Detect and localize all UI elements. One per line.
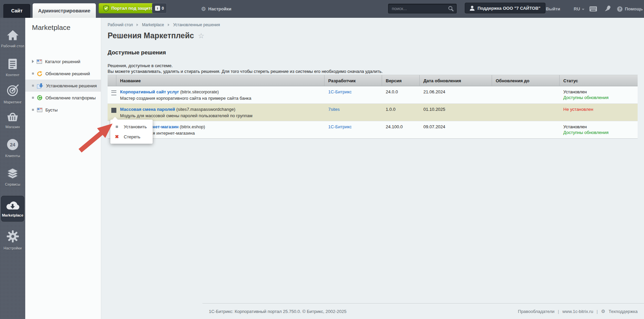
notifications-counter-button[interactable]: i 0 bbox=[152, 3, 167, 13]
rail-item-services[interactable]: Сервисы bbox=[0, 168, 25, 187]
bullet-icon bbox=[32, 97, 34, 99]
breadcrumb-installed[interactable]: Установленные решения bbox=[173, 22, 220, 27]
breadcrumb-separator-icon bbox=[137, 24, 138, 26]
topbar-settings-label: Настройки bbox=[208, 6, 231, 11]
footer-link-support[interactable]: Техподдержка bbox=[609, 309, 638, 314]
footer-link-site[interactable]: www.1c-bitrix.ru bbox=[562, 309, 593, 314]
solution-description: Мастер создания корпоративного сайта на … bbox=[120, 96, 321, 101]
rail-item-shop[interactable]: Магазин bbox=[0, 111, 25, 129]
context-menu-delete[interactable]: ✖ Стереть bbox=[110, 132, 153, 142]
updates-until-cell bbox=[492, 121, 560, 139]
sidebar-item-update-solutions[interactable]: Обновление решений bbox=[25, 67, 101, 80]
description-line1: Решения, доступные в системе. bbox=[108, 63, 383, 69]
tab-administration[interactable]: Администрирование bbox=[33, 3, 96, 18]
header-menu-col bbox=[108, 75, 116, 86]
main-content: Рабочий стол Marketplace Установленные р… bbox=[101, 18, 644, 319]
catalog-grid-icon bbox=[37, 59, 42, 64]
sidebar-item-platform-update[interactable]: Обновление платформы bbox=[25, 92, 101, 104]
home-icon bbox=[6, 30, 19, 42]
installed-download-icon bbox=[37, 83, 43, 89]
developer-link[interactable]: 1С-Битрикс bbox=[328, 89, 352, 94]
user-account-button[interactable]: Поддержка ООО "7 САЙТОВ" bbox=[465, 3, 545, 13]
cloud-download-icon bbox=[6, 200, 20, 211]
header-name: Название bbox=[116, 75, 325, 86]
row-menu-icon[interactable] bbox=[111, 108, 116, 113]
section-title: Доступные решения bbox=[108, 49, 166, 56]
status-text: Установлен bbox=[563, 89, 634, 94]
delete-x-icon: ✖ bbox=[114, 134, 119, 139]
chevron-down-icon bbox=[582, 9, 584, 10]
sidebar-title: Marketplace bbox=[32, 24, 70, 32]
row-menu-icon[interactable] bbox=[111, 90, 116, 95]
language-selector[interactable]: RU bbox=[574, 0, 584, 18]
sidebar-item-installed-solutions[interactable]: Установленные решения bbox=[25, 80, 101, 92]
solution-link[interactable]: Массовая смена паролей bbox=[120, 107, 175, 112]
table-row: Готовый интернет-магазин (bitrix.eshop) … bbox=[108, 121, 638, 139]
bullet-icon bbox=[32, 109, 34, 111]
rail-item-desktop[interactable]: Рабочий стол bbox=[0, 30, 25, 48]
rail-item-settings[interactable]: Настройки bbox=[0, 230, 25, 250]
keyboard-icon[interactable] bbox=[590, 6, 597, 13]
header-updates-until: Обновления до bbox=[492, 75, 560, 86]
pin-icon[interactable] bbox=[604, 5, 611, 13]
breadcrumb-desktop[interactable]: Рабочий стол bbox=[108, 22, 133, 27]
table-row: Корпоративный сайт услуг (bitrix.sitecor… bbox=[108, 86, 638, 104]
shield-check-icon bbox=[103, 5, 109, 11]
boosts-grid-icon bbox=[37, 108, 42, 112]
page-title-row: Решения Маркетплейс ☆ bbox=[108, 31, 204, 40]
version-cell: 1.0.0 bbox=[382, 104, 420, 121]
bullet-icon bbox=[32, 73, 34, 75]
info-icon: i bbox=[155, 6, 160, 11]
portal-protected-label: Портал под защитой bbox=[111, 6, 156, 11]
updates-until-cell bbox=[492, 104, 560, 121]
gear-icon bbox=[6, 230, 19, 244]
bullet-icon bbox=[116, 126, 118, 128]
solutions-table: Название Разработчик Версия Дата обновле… bbox=[108, 75, 638, 139]
version-cell: 24.0.0 bbox=[382, 86, 420, 104]
status-extra: Доступны обновления bbox=[563, 95, 634, 100]
updates-until-cell bbox=[492, 86, 560, 104]
page-title: Решения Маркетплейс bbox=[108, 31, 194, 40]
page-description: Решения, доступные в системе. Вы можете … bbox=[108, 63, 383, 74]
breadcrumb: Рабочий стол Marketplace Установленные р… bbox=[108, 22, 220, 27]
status-text: Установлен bbox=[563, 124, 634, 129]
context-menu-install[interactable]: Установить bbox=[110, 122, 153, 132]
footer-link-copyright[interactable]: Правообладатели bbox=[518, 309, 555, 314]
tab-site[interactable]: Сайт bbox=[3, 4, 30, 18]
rail-item-marketing[interactable]: Маркетинг bbox=[0, 84, 25, 104]
sidebar-item-catalog[interactable]: Каталог решений bbox=[25, 55, 101, 67]
sidebar-menu: Каталог решений Обновление решений Устан… bbox=[25, 55, 101, 116]
main-nav-rail: Рабочий стол Контент Маркетинг Магазин 2… bbox=[0, 18, 25, 319]
breadcrumb-marketplace[interactable]: Marketplace bbox=[142, 22, 164, 27]
footer-version-text: 1С-Битрикс: Корпоративный портал 25.750.… bbox=[209, 309, 346, 314]
bullet-icon bbox=[32, 85, 34, 87]
search-icon[interactable] bbox=[448, 6, 454, 13]
basket-icon bbox=[6, 111, 19, 123]
solution-link[interactable]: Корпоративный сайт услуг bbox=[120, 89, 179, 94]
developer-link[interactable]: 7sites bbox=[328, 107, 340, 112]
marketplace-sidebar: Marketplace Каталог решений Обновление р… bbox=[25, 18, 101, 319]
search-input[interactable] bbox=[388, 4, 449, 13]
status-text: Не установлен bbox=[563, 107, 634, 112]
sidebar-item-boosts[interactable]: Бусты bbox=[25, 104, 101, 116]
gear-icon: ⚙ bbox=[601, 309, 605, 314]
help-button[interactable]: ? Помощь bbox=[617, 0, 643, 18]
search-box bbox=[388, 4, 457, 13]
rail-item-clients[interactable]: 24 Клиенты bbox=[0, 139, 25, 158]
top-bar: Сайт Администрирование Портал под защито… bbox=[0, 0, 644, 18]
portal-protected-button[interactable]: Портал под защитой bbox=[99, 3, 161, 13]
svg-text:24: 24 bbox=[10, 142, 15, 147]
layers-icon bbox=[6, 168, 19, 180]
solution-description: Модуль для массовой смены паролей пользо… bbox=[120, 113, 321, 118]
topbar-settings-button[interactable]: ⚙ Настройки bbox=[201, 0, 231, 18]
header-status: Статус bbox=[560, 75, 638, 86]
updated-cell: 09.07.2024 bbox=[420, 121, 492, 139]
star-outline-icon[interactable]: ☆ bbox=[198, 32, 204, 40]
developer-link[interactable]: 1С-Битрикс bbox=[328, 124, 352, 129]
description-line2: Вы можете устанавливать, удалять и стира… bbox=[108, 69, 383, 74]
rail-item-marketplace[interactable]: Marketplace bbox=[1, 196, 24, 222]
gear-icon: ⚙ bbox=[201, 6, 206, 12]
rail-item-content[interactable]: Контент bbox=[0, 58, 25, 77]
logout-link[interactable]: Выйти bbox=[546, 0, 560, 18]
table-header-row: Название Разработчик Версия Дата обновле… bbox=[108, 75, 638, 86]
